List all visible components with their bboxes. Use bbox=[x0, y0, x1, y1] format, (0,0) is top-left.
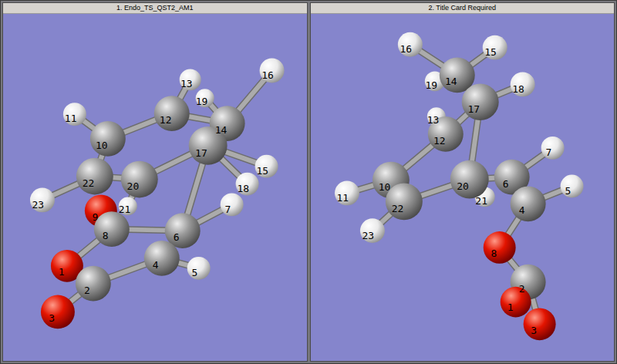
atom-H-5[interactable] bbox=[560, 175, 583, 198]
atom-label-6: 6 bbox=[174, 231, 180, 243]
atom-label-23: 23 bbox=[362, 230, 374, 241]
atom-C-2[interactable] bbox=[76, 266, 111, 302]
atom-label-21: 21 bbox=[475, 195, 487, 207]
atom-label-9: 9 bbox=[93, 211, 99, 223]
atom-O-1[interactable] bbox=[500, 287, 531, 318]
panel-1-title: 1. Endo_TS_QST2_AM1 bbox=[116, 5, 194, 12]
atom-label-5: 5 bbox=[565, 185, 571, 197]
atom-label-1: 1 bbox=[59, 266, 65, 278]
atom-label-15: 15 bbox=[257, 165, 269, 177]
atom-label-3: 3 bbox=[49, 312, 55, 324]
molecule-view-1[interactable]: 1613191214111015181721222023978615423 bbox=[3, 14, 307, 361]
atom-label-16: 16 bbox=[400, 43, 412, 55]
atom-label-1: 1 bbox=[507, 302, 513, 313]
atom-label-2: 2 bbox=[518, 283, 524, 295]
atom-label-20: 20 bbox=[457, 180, 469, 192]
atom-label-10: 10 bbox=[378, 181, 390, 193]
panel-1-titlebar[interactable]: 1. Endo_TS_QST2_AM1 bbox=[3, 3, 307, 14]
atom-label-11: 11 bbox=[65, 113, 77, 124]
atom-label-17: 17 bbox=[195, 147, 207, 159]
atom-label-21: 21 bbox=[119, 204, 131, 216]
atom-label-5: 5 bbox=[192, 267, 198, 278]
atom-C-12[interactable] bbox=[154, 96, 190, 131]
atom-O-3[interactable] bbox=[523, 308, 555, 340]
atom-C-22[interactable] bbox=[76, 158, 113, 195]
atom-label-18: 18 bbox=[238, 183, 250, 194]
app-window: 1. Endo_TS_QST2_AM1 16131912141110151817… bbox=[0, 0, 617, 364]
atom-label-16: 16 bbox=[261, 69, 274, 81]
atom-label-22: 22 bbox=[391, 203, 403, 214]
atom-label-17: 17 bbox=[467, 103, 480, 115]
panel-molecule-1: 1. Endo_TS_QST2_AM1 16131912141110151817… bbox=[2, 2, 308, 362]
atom-label-19: 19 bbox=[196, 96, 208, 107]
atom-label-12: 12 bbox=[160, 114, 172, 126]
molecule-view-2[interactable]: 161519141813171271110216520224238213 bbox=[311, 14, 615, 361]
atom-C-4[interactable] bbox=[510, 187, 545, 222]
atom-label-10: 10 bbox=[96, 140, 108, 151]
atom-label-14: 14 bbox=[215, 124, 228, 136]
atom-O-8[interactable] bbox=[483, 231, 515, 264]
atom-C-8[interactable] bbox=[94, 211, 130, 247]
atom-C-20[interactable] bbox=[121, 161, 158, 198]
atom-label-8: 8 bbox=[491, 248, 497, 259]
atom-label-8: 8 bbox=[103, 230, 109, 241]
atom-H-7[interactable] bbox=[541, 136, 564, 160]
panel-molecule-2: 2. Title Card Required 16151914181317127… bbox=[310, 2, 615, 362]
atom-label-7: 7 bbox=[545, 147, 551, 158]
atom-label-11: 11 bbox=[336, 192, 349, 204]
panel-2-title: 2. Title Card Required bbox=[428, 5, 496, 12]
atom-C-22[interactable] bbox=[385, 184, 422, 221]
atom-C-17[interactable] bbox=[461, 83, 498, 120]
atom-label-12: 12 bbox=[433, 135, 445, 147]
atom-H-7[interactable] bbox=[221, 193, 244, 216]
atom-C-4[interactable] bbox=[144, 241, 180, 276]
atom-C-20[interactable] bbox=[450, 160, 488, 199]
atom-label-4: 4 bbox=[518, 204, 524, 216]
atom-label-20: 20 bbox=[127, 180, 140, 192]
atom-label-3: 3 bbox=[531, 325, 537, 336]
atom-label-2: 2 bbox=[84, 285, 90, 296]
atom-label-4: 4 bbox=[153, 259, 159, 271]
atom-label-7: 7 bbox=[224, 204, 231, 215]
panel-1-viewport[interactable]: 1613191214111015181721222023978615423 bbox=[3, 14, 307, 361]
panel-2-viewport[interactable]: 161519141813171271110216520224238213 bbox=[311, 14, 615, 361]
panel-2-titlebar[interactable]: 2. Title Card Required bbox=[311, 3, 615, 14]
atom-label-22: 22 bbox=[83, 177, 95, 189]
atom-label-15: 15 bbox=[484, 46, 497, 58]
atom-label-19: 19 bbox=[425, 79, 437, 91]
atom-label-18: 18 bbox=[512, 83, 524, 95]
atom-O-3[interactable] bbox=[41, 295, 75, 329]
atom-H-5[interactable] bbox=[187, 257, 211, 280]
atom-label-13: 13 bbox=[427, 114, 439, 126]
atom-label-14: 14 bbox=[444, 76, 457, 87]
atom-C-10[interactable] bbox=[90, 121, 126, 157]
atom-label-23: 23 bbox=[32, 199, 45, 211]
atom-label-13: 13 bbox=[180, 78, 193, 89]
atom-label-6: 6 bbox=[502, 178, 508, 190]
